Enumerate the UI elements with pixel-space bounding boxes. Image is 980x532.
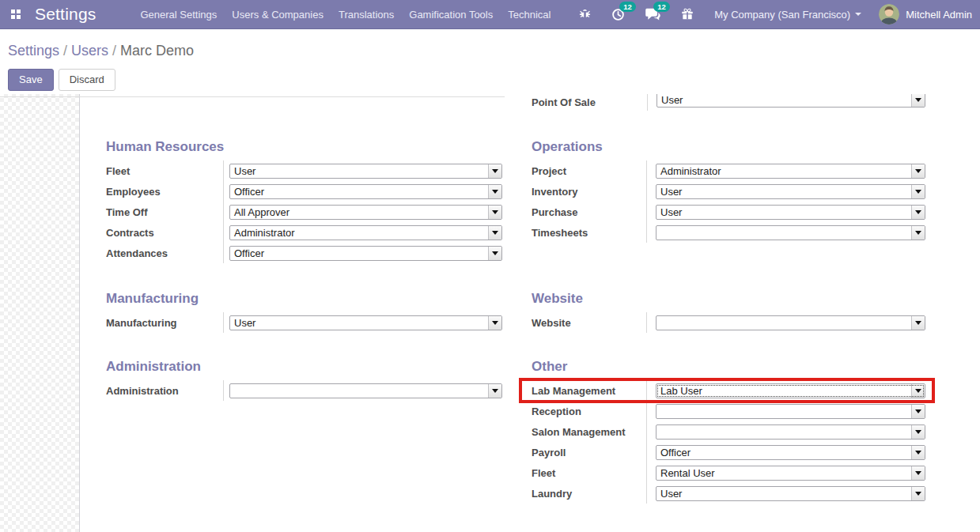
section-title: Website bbox=[532, 290, 925, 308]
section-other: Other Lab Management Lab User Reception … bbox=[532, 358, 925, 504]
apps-grid-icon[interactable] bbox=[8, 6, 25, 23]
field-label-fleet-other: Fleet bbox=[532, 462, 647, 483]
form-row: Laundry User bbox=[532, 483, 925, 504]
inventory-select[interactable]: User bbox=[656, 184, 925, 199]
label-separator bbox=[647, 94, 648, 111]
form-row: Manufacturing User bbox=[106, 312, 502, 333]
form-sheet-area: Point Of Sale User Human Resources Fleet… bbox=[0, 94, 980, 532]
section-title: Other bbox=[532, 358, 925, 375]
settings-user-form-page: Settings General Settings Users & Compan… bbox=[0, 0, 980, 532]
administration-select[interactable] bbox=[229, 383, 502, 398]
salon-management-select[interactable] bbox=[656, 424, 925, 440]
form-row: Purchase User bbox=[532, 202, 925, 222]
point-of-sale-select[interactable]: User bbox=[656, 94, 925, 108]
section-website: Website Website bbox=[532, 290, 925, 333]
field-label-administration: Administration bbox=[106, 380, 224, 401]
manufacturing-select[interactable]: User bbox=[229, 315, 502, 330]
company-switcher[interactable]: My Company (San Francisco) bbox=[714, 9, 861, 21]
menu-item-users-companies[interactable]: Users & Companies bbox=[232, 9, 324, 21]
navbar-right: 12 12 My Company (San Francisco) bbox=[558, 4, 972, 25]
section-title: Manufacturing bbox=[106, 290, 502, 308]
dropdown-arrow-icon bbox=[911, 384, 925, 398]
field-label-lab-management: Lab Management bbox=[532, 380, 647, 401]
field-label-payroll: Payroll bbox=[532, 442, 647, 462]
form-row: Attendances Officer bbox=[106, 243, 502, 263]
form-row: Time Off All Approver bbox=[106, 202, 502, 222]
section-administration: Administration Administration bbox=[106, 358, 502, 401]
dropdown-arrow-icon bbox=[911, 405, 925, 418]
action-buttons: Save Discard bbox=[8, 69, 115, 91]
field-label-employees: Employees bbox=[106, 181, 224, 202]
field-label-attendances: Attendances bbox=[106, 243, 224, 263]
gift-icon[interactable] bbox=[681, 8, 694, 21]
section-title: Human Resources bbox=[106, 138, 502, 156]
control-panel: Settings/Users/Marc Demo Save Discard bbox=[0, 29, 980, 94]
bug-icon[interactable] bbox=[579, 9, 591, 21]
laundry-select[interactable]: User bbox=[656, 486, 925, 501]
form-row: Website bbox=[532, 312, 925, 333]
form-row: Project Administrator bbox=[532, 160, 925, 181]
breadcrumb-settings-link[interactable]: Settings bbox=[8, 43, 59, 58]
field-label-manufacturing: Manufacturing bbox=[106, 312, 224, 333]
discard-button[interactable]: Discard bbox=[59, 69, 115, 91]
form-row: Inventory User bbox=[532, 181, 925, 202]
field-label-project: Project bbox=[532, 160, 647, 181]
save-button[interactable]: Save bbox=[8, 69, 54, 91]
field-label-salon-management: Salon Management bbox=[532, 421, 647, 442]
dropdown-arrow-icon bbox=[911, 425, 925, 439]
dropdown-arrow-icon bbox=[488, 164, 501, 178]
fleet-select[interactable]: User bbox=[229, 164, 502, 179]
attendances-select[interactable]: Officer bbox=[229, 246, 502, 261]
form-row: Payroll Officer bbox=[532, 442, 925, 462]
lab-management-select[interactable]: Lab User bbox=[656, 383, 925, 398]
dropdown-arrow-icon bbox=[488, 247, 501, 260]
form-row: Administration bbox=[106, 380, 502, 401]
dropdown-arrow-icon bbox=[488, 316, 501, 330]
section-manufacturing: Manufacturing Manufacturing User bbox=[106, 290, 502, 333]
dropdown-arrow-icon bbox=[488, 384, 501, 398]
form-row: Salon Management bbox=[532, 421, 925, 442]
reception-select[interactable] bbox=[656, 404, 925, 419]
field-label-contracts: Contracts bbox=[106, 222, 224, 243]
dropdown-arrow-icon bbox=[911, 466, 925, 480]
project-select[interactable]: Administrator bbox=[656, 164, 925, 179]
section-title: Operations bbox=[532, 138, 925, 156]
field-label-website: Website bbox=[532, 312, 647, 333]
menu-item-translations[interactable]: Translations bbox=[339, 9, 394, 21]
menu-item-technical[interactable]: Technical bbox=[508, 9, 551, 21]
dropdown-arrow-icon bbox=[488, 185, 501, 198]
activities-clock-icon[interactable]: 12 bbox=[611, 8, 625, 21]
website-select[interactable] bbox=[656, 315, 925, 330]
field-label-fleet: Fleet bbox=[106, 160, 224, 181]
field-label-laundry: Laundry bbox=[532, 483, 647, 504]
breadcrumb-users-link[interactable]: Users bbox=[71, 43, 108, 58]
menu-item-gamification-tools[interactable]: Gamification Tools bbox=[409, 9, 493, 21]
menu-item-general-settings[interactable]: General Settings bbox=[140, 9, 217, 21]
time-off-select[interactable]: All Approver bbox=[229, 205, 502, 220]
form-row: Timesheets bbox=[532, 222, 925, 243]
dropdown-arrow-icon bbox=[911, 316, 925, 330]
purchase-select[interactable]: User bbox=[656, 205, 925, 220]
dropdown-arrow-icon bbox=[911, 94, 925, 107]
employees-select[interactable]: Officer bbox=[229, 184, 502, 199]
contracts-select[interactable]: Administrator bbox=[229, 225, 502, 240]
dropdown-arrow-icon bbox=[911, 206, 925, 219]
breadcrumb: Settings/Users/Marc Demo bbox=[8, 43, 194, 59]
user-menu[interactable]: Mitchell Admin bbox=[879, 4, 972, 25]
user-name: Mitchell Admin bbox=[906, 9, 972, 21]
form-row: Reception bbox=[532, 401, 925, 421]
payroll-select[interactable]: Officer bbox=[656, 445, 925, 460]
company-name: My Company (San Francisco) bbox=[714, 9, 850, 21]
section-operations: Operations Project Administrator Invento… bbox=[532, 138, 925, 243]
field-label-purchase: Purchase bbox=[532, 202, 647, 222]
form-row: Fleet User bbox=[106, 160, 502, 181]
dropdown-arrow-icon bbox=[488, 206, 501, 219]
dropdown-arrow-icon bbox=[911, 487, 925, 500]
fleet-other-select[interactable]: Rental User bbox=[656, 466, 925, 481]
dropdown-arrow-icon bbox=[911, 164, 925, 178]
messages-icon[interactable]: 12 bbox=[645, 8, 660, 21]
field-label-time-off: Time Off bbox=[106, 202, 224, 222]
app-title[interactable]: Settings bbox=[35, 5, 96, 24]
timesheets-select[interactable] bbox=[656, 225, 925, 240]
dropdown-arrow-icon bbox=[911, 226, 925, 240]
